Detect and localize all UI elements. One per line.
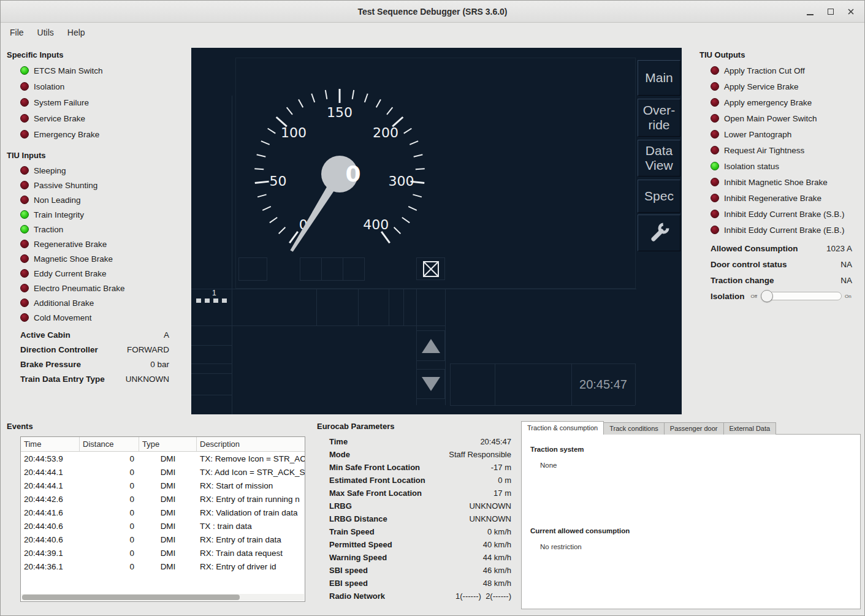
led-indicator[interactable] [20, 98, 29, 107]
column-header-type[interactable]: Type [139, 437, 197, 451]
tiu-input-row[interactable]: Traction [7, 222, 182, 237]
input-label: Non Leading [34, 196, 81, 205]
param-row: Train Speed 0 km/h [329, 525, 511, 538]
led-indicator[interactable] [20, 66, 29, 75]
event-type: DMI [139, 506, 197, 519]
tiu-input-row[interactable]: Regenerative Brake [7, 237, 182, 251]
param-value: UNKNOWN [469, 514, 511, 523]
dmi-button-data-view[interactable]: Data View [638, 140, 680, 177]
output-label: Lower Pantograph [724, 130, 791, 139]
led-indicator[interactable] [20, 82, 29, 91]
dmi-button-spec[interactable]: Spec [638, 180, 680, 213]
event-row[interactable]: 20:44:41.6 0 DMI RX: Validation of train… [21, 506, 305, 519]
tiu-input-row[interactable]: Non Leading [7, 192, 182, 207]
led-indicator[interactable] [20, 210, 29, 219]
event-row[interactable]: 20:44:40.6 0 DMI TX : train data [21, 519, 305, 533]
specific-input-row[interactable]: Emergency Brake [7, 126, 182, 142]
led-indicator[interactable] [20, 130, 29, 139]
param-label: Mode [329, 450, 350, 459]
tiu-input-row[interactable]: Additional Brake [7, 295, 182, 310]
tiu-input-row[interactable]: Eddy Current Brake [7, 266, 182, 281]
tiu-input-row[interactable]: Electro Pneumatic Brake [7, 281, 182, 295]
event-row[interactable]: 20:44:44.1 0 DMI RX: Start of mission [21, 479, 305, 492]
tiu-outputs-title: TIU Outputs [699, 50, 860, 63]
param-value: 46 km/h [483, 566, 511, 575]
tab[interactable]: External Data [723, 422, 777, 435]
event-row[interactable]: 20:44:36.1 0 DMI RX: Entry of driver id [21, 560, 305, 573]
tab[interactable]: Traction & consumption [521, 421, 604, 435]
event-description: RX: Start of mission [197, 479, 305, 492]
input-label: Cold Movement [34, 313, 92, 322]
led-indicator[interactable] [20, 254, 29, 263]
titlebar[interactable]: Test Sequence Debugger (SRS 3.6.0) [1, 1, 864, 23]
led-indicator[interactable] [20, 298, 29, 307]
event-row[interactable]: 20:44:42.6 0 DMI RX: Entry of train runn… [21, 492, 305, 506]
scrollbar-thumb[interactable] [22, 595, 240, 600]
output-label: Apply Traction Cut Off [724, 66, 805, 75]
tiu-input-row[interactable]: Train Integrity [7, 207, 182, 222]
tab[interactable]: Track conditions [603, 422, 665, 435]
tiu-input-row[interactable]: Cold Movement [7, 310, 182, 325]
tiu-output-row: Apply emergency Brake [699, 94, 860, 110]
minimize-icon [807, 14, 814, 15]
menu-item[interactable]: File [3, 25, 31, 40]
event-row[interactable]: 20:44:53.9 0 DMI TX: Remove Icon = STR_A… [21, 452, 305, 465]
tiu-input-row[interactable]: Passive Shunting [7, 178, 182, 192]
dmi-button-override[interactable]: Over- ride [638, 99, 680, 137]
events-header: Time Distance Type Description [21, 437, 305, 452]
event-time: 20:44:36.1 [21, 560, 80, 573]
output-label: Open Main Power Switch [724, 114, 817, 123]
menu-item[interactable]: Utils [31, 25, 61, 40]
tab-content: Traction system None Current allowed con… [521, 434, 861, 609]
param-label: LRBG [329, 501, 352, 511]
led-indicator[interactable] [20, 313, 29, 322]
event-distance: 0 [80, 465, 139, 479]
horizontal-scrollbar[interactable] [21, 594, 304, 601]
close-button[interactable] [840, 3, 861, 20]
specific-inputs-title: Specific Inputs [7, 50, 182, 63]
field-value: NA [840, 276, 852, 285]
maximize-button[interactable] [820, 3, 840, 20]
column-header-description[interactable]: Description [197, 437, 305, 451]
column-header-time[interactable]: Time [21, 437, 80, 451]
param-label: Train Speed [329, 527, 375, 536]
event-row[interactable]: 20:44:39.1 0 DMI RX: Train data request [21, 546, 305, 560]
menu-item[interactable]: Help [61, 25, 92, 40]
tiu-input-row[interactable]: Sleeping [7, 163, 182, 178]
param-value: UNKNOWN [469, 501, 511, 511]
scroll-down-button[interactable] [416, 369, 445, 399]
param-row: Permitted Speed 40 km/h [329, 538, 511, 551]
event-row[interactable]: 20:44:44.1 0 DMI TX: Add Icon = STR_ACK_… [21, 465, 305, 479]
led-indicator[interactable] [20, 181, 29, 189]
led-indicator[interactable] [20, 284, 29, 292]
level-number: 1 [212, 289, 231, 297]
dmi-button-main[interactable]: Main [638, 60, 680, 96]
minimize-button[interactable] [800, 3, 820, 20]
level-square [205, 298, 210, 303]
input-label: Traction [34, 225, 63, 234]
tab[interactable]: Passenger door [664, 422, 724, 435]
slider-knob[interactable] [761, 290, 773, 302]
led-indicator[interactable] [20, 166, 29, 175]
input-label: Train Integrity [34, 210, 84, 219]
output-label: Apply emergency Brake [724, 98, 812, 107]
led-indicator[interactable] [20, 269, 29, 278]
led-indicator[interactable] [20, 114, 29, 123]
isolation-slider[interactable] [761, 289, 842, 303]
specific-input-row[interactable]: Service Brake [7, 110, 182, 126]
scroll-up-button[interactable] [416, 330, 445, 361]
specific-input-row[interactable]: System Failure [7, 94, 182, 110]
tiu-input-row[interactable]: Magnetic Shoe Brake [7, 251, 182, 266]
dmi-button-settings[interactable] [638, 215, 680, 251]
led-indicator[interactable] [20, 196, 29, 204]
led-indicator [711, 194, 719, 202]
event-distance: 0 [80, 533, 139, 546]
led-indicator[interactable] [20, 240, 29, 248]
event-row[interactable]: 20:44:40.6 0 DMI RX: Entry of train data [21, 533, 305, 546]
specific-input-row[interactable]: Isolation [7, 78, 182, 94]
led-indicator[interactable] [20, 225, 29, 234]
isolation-on-label: On [845, 294, 852, 299]
column-header-distance[interactable]: Distance [80, 437, 139, 451]
specific-input-row[interactable]: ETCS Main Switch [7, 63, 182, 78]
param-value: -17 m [491, 463, 511, 472]
